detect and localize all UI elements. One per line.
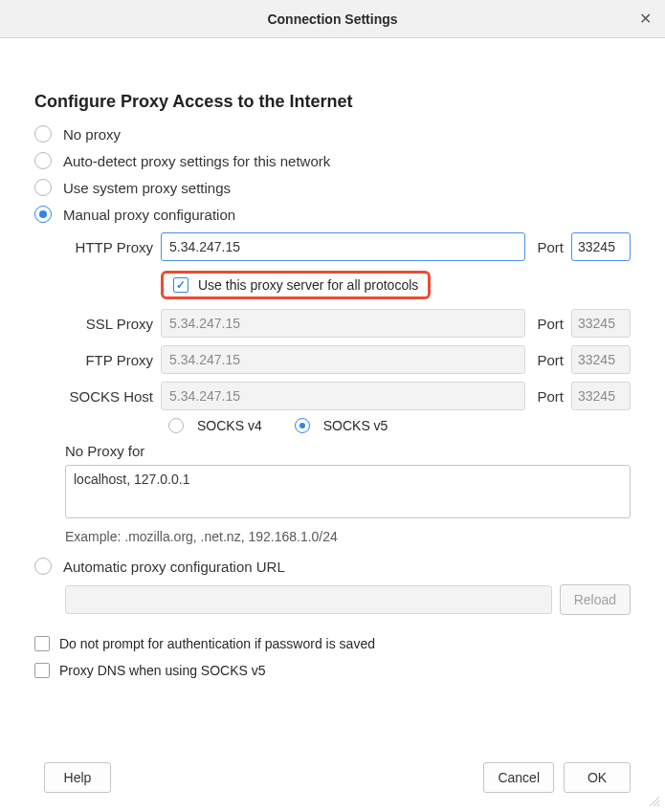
radio-no-proxy[interactable]: No proxy [34, 125, 631, 143]
http-proxy-label: HTTP Proxy [65, 239, 153, 255]
radio-label: Auto-detect proxy settings for this netw… [63, 153, 330, 169]
radio-icon [34, 206, 52, 223]
no-proxy-example: Example: .mozilla.org, .net.nz, 192.168.… [65, 529, 631, 544]
ftp-proxy-label: FTP Proxy [65, 352, 153, 368]
http-proxy-host-input[interactable] [161, 232, 525, 261]
dialog-title: Connection Settings [267, 11, 397, 27]
port-label: Port [537, 316, 564, 332]
section-heading: Configure Proxy Access to the Internet [34, 92, 631, 112]
pac-row: Reload [65, 584, 631, 615]
no-proxy-for-textarea[interactable] [65, 465, 631, 518]
manual-proxy-panel: HTTP Proxy Port Use this proxy server fo… [65, 232, 631, 544]
titlebar: Connection Settings ✕ [0, 0, 665, 38]
cancel-button[interactable]: Cancel [483, 762, 554, 793]
no-prompt-checkbox[interactable] [34, 636, 50, 651]
radio-auto-detect[interactable]: Auto-detect proxy settings for this netw… [34, 152, 631, 169]
socks-version-row: SOCKS v4 SOCKS v5 [168, 418, 631, 433]
no-prompt-label: Do not prompt for authentication if pass… [59, 636, 375, 651]
ftp-proxy-port-input [571, 345, 631, 374]
radio-label: Automatic proxy configuration URL [63, 559, 285, 575]
share-proxy-highlight: Use this proxy server for all protocols [161, 271, 431, 299]
socks-v4-label: SOCKS v4 [197, 418, 262, 433]
ftp-proxy-row: FTP Proxy Port [65, 345, 631, 374]
port-label: Port [537, 352, 564, 368]
socks-host-label: SOCKS Host [65, 388, 153, 405]
close-icon[interactable]: ✕ [639, 10, 652, 28]
ftp-proxy-host-input [161, 345, 525, 374]
socks-host-row: SOCKS Host Port [65, 382, 631, 410]
socks-host-input [161, 382, 525, 410]
radio-system-proxy[interactable]: Use system proxy settings [34, 179, 631, 196]
radio-pac-url[interactable]: Automatic proxy configuration URL [34, 558, 631, 575]
socks-v5-label: SOCKS v5 [323, 418, 388, 433]
http-proxy-port-input[interactable] [571, 232, 631, 261]
reload-button: Reload [560, 584, 631, 615]
dialog-content: Configure Proxy Access to the Internet N… [0, 38, 665, 678]
radio-label: Manual proxy configuration [63, 207, 235, 223]
radio-socks-v4[interactable] [168, 418, 184, 433]
resize-grip-icon[interactable] [648, 795, 661, 808]
http-proxy-row: HTTP Proxy Port [65, 232, 631, 261]
no-prompt-row[interactable]: Do not prompt for authentication if pass… [34, 636, 631, 651]
radio-label: Use system proxy settings [63, 180, 231, 196]
radio-icon [34, 558, 52, 575]
radio-icon [34, 179, 52, 196]
ssl-proxy-row: SSL Proxy Port [65, 309, 631, 338]
radio-icon [34, 125, 52, 143]
share-proxy-label: Use this proxy server for all protocols [198, 277, 418, 293]
proxy-dns-row[interactable]: Proxy DNS when using SOCKS v5 [34, 663, 631, 678]
share-proxy-checkbox[interactable] [173, 277, 188, 293]
radio-socks-v5[interactable] [295, 418, 310, 433]
ssl-proxy-host-input [161, 309, 525, 338]
proxy-dns-checkbox[interactable] [34, 663, 50, 678]
no-proxy-for-label: No Proxy for [65, 443, 631, 459]
port-label: Port [537, 388, 564, 405]
radio-icon [34, 152, 52, 169]
help-button[interactable]: Help [44, 762, 111, 793]
dialog-footer: Help Cancel OK [34, 762, 631, 793]
proxy-dns-label: Proxy DNS when using SOCKS v5 [59, 663, 266, 678]
port-label: Port [537, 239, 564, 255]
pac-url-input [65, 585, 552, 614]
radio-manual-proxy[interactable]: Manual proxy configuration [34, 206, 631, 223]
ok-button[interactable]: OK [564, 762, 631, 793]
socks-port-input [571, 382, 631, 410]
ssl-proxy-port-input [571, 309, 631, 338]
radio-label: No proxy [63, 126, 121, 143]
ssl-proxy-label: SSL Proxy [65, 316, 153, 332]
